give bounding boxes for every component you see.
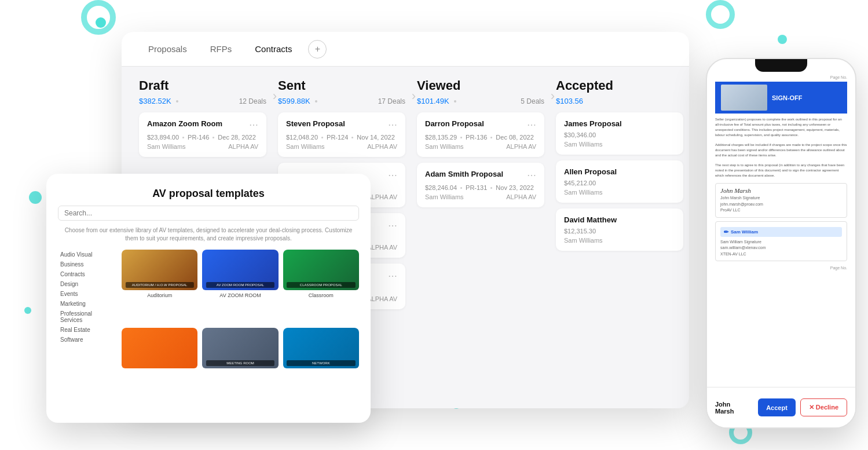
- pen-icon: ✏: [724, 229, 728, 235]
- card-darron-person: Sam Williams: [425, 143, 464, 150]
- card-steven-person: Sam Williams: [286, 143, 325, 150]
- template-card-classroom[interactable]: CLASSROOM PROPOSAL Classroom: [283, 250, 359, 323]
- sign-off-label: SIGN-OFF: [772, 94, 803, 101]
- tab-contracts[interactable]: Contracts: [246, 39, 301, 58]
- card-james-title: James Proposal: [564, 119, 675, 128]
- template-card-network[interactable]: NETWORK: [283, 328, 359, 396]
- card-darron-company: ALPHA AV: [506, 143, 536, 150]
- phone-content: Page No. SIGN-OFF Seller (organization) …: [707, 72, 855, 400]
- card-james[interactable]: James Proposal $30,346.00 Sam Williams: [556, 112, 683, 155]
- phone-window: Page No. SIGN-OFF Seller (organization) …: [706, 58, 856, 429]
- col-header-viewed: Viewed $101.49K 5 Deals: [417, 78, 544, 105]
- card-sent-3-company: ALPHA AV: [367, 244, 397, 251]
- card-amazon-meta: $23,894.00 PR-146 Dec 28, 2022: [147, 134, 258, 141]
- card-david-title: David Matthew: [564, 215, 675, 224]
- sidebar-cat-audiovisual[interactable]: Audio Visual: [58, 250, 116, 259]
- card-sent-2-menu[interactable]: ⋯: [388, 170, 397, 181]
- sig-label-john: John Marsh Signature: [720, 195, 842, 202]
- card-amazon-amount: $23,894.00: [147, 134, 179, 141]
- template-thumb-network: NETWORK: [283, 328, 359, 368]
- sig-label-sam: Sam William Signature: [720, 239, 842, 246]
- col-stats-draft: $382.52K 12 Deals: [139, 97, 266, 105]
- card-amazon-ref: PR-146: [188, 134, 209, 141]
- card-allen[interactable]: Allen Proposal $45,212.00 Sam Williams: [556, 160, 683, 203]
- template-badge-meeting: MEETING ROOM: [206, 360, 274, 366]
- template-card-zoom[interactable]: AV ZOOM ROOM PROPOSAL AV ZOOM ROOM: [202, 250, 278, 323]
- template-grid: AUDITORIUM / H.O.W PROPOSAL Auditorium A…: [122, 250, 359, 396]
- sidebar-cat-contracts[interactable]: Contracts: [58, 269, 116, 279]
- card-steven-meta: $12,048.20 PR-124 Nov 14, 2022: [286, 134, 397, 141]
- sidebar-cat-events[interactable]: Events: [58, 289, 116, 299]
- sidebar-cat-design[interactable]: Design: [58, 279, 116, 289]
- card-steven-company: ALPHA AV: [367, 143, 397, 150]
- sidebar-cat-software[interactable]: Software: [58, 335, 116, 345]
- template-thumb-auditorium: AUDITORIUM / H.O.W PROPOSAL: [122, 250, 197, 290]
- meta-dot: [182, 137, 184, 138]
- card-david-person: Sam Williams: [564, 237, 603, 244]
- card-adam-menu[interactable]: ⋯: [527, 170, 536, 181]
- card-darron[interactable]: Darron Proposal ⋯ $28,135.29 PR-136 Dec …: [417, 112, 544, 157]
- card-steven[interactable]: Steven Proposal ⋯ $12,048.20 PR-124 Nov …: [278, 112, 405, 157]
- template-card-orange[interactable]: [122, 328, 197, 396]
- card-darron-footer: Sam Williams ALPHA AV: [425, 143, 536, 150]
- card-james-meta: $30,346.00: [564, 131, 675, 138]
- sig-company-sam: XTEN-AV LLC: [720, 251, 842, 258]
- card-darron-header: Darron Proposal ⋯: [425, 119, 536, 130]
- card-steven-footer: Sam Williams ALPHA AV: [286, 143, 397, 150]
- tablet-search[interactable]: [58, 206, 359, 221]
- sig-email-sam: sam.william@xtenav.com: [720, 245, 842, 251]
- template-card-auditorium[interactable]: AUDITORIUM / H.O.W PROPOSAL Auditorium: [122, 250, 197, 323]
- card-amazon-date: Dec 28, 2022: [218, 134, 255, 141]
- card-steven-menu[interactable]: ⋯: [388, 119, 397, 130]
- col-arrow-sent: ›: [412, 89, 416, 104]
- card-darron-date: Dec 08, 2022: [496, 134, 533, 141]
- card-adam-meta: $28,246.04 PR-131 Nov 23, 2022: [425, 184, 536, 191]
- sidebar-cat-professional[interactable]: Professional Services: [58, 309, 116, 325]
- card-darron-title: Darron Proposal: [425, 119, 527, 128]
- card-adam[interactable]: Adam Smith Proposal ⋯ $28,246.04 PR-131 …: [417, 163, 544, 207]
- card-darron-ref: PR-136: [466, 134, 487, 141]
- phone-body-text-2: Additional charges will be included if c…: [715, 142, 847, 158]
- template-card-meeting[interactable]: MEETING ROOM: [202, 328, 278, 396]
- card-steven-amount: $12,048.20: [286, 134, 318, 141]
- col-header-draft: Draft $382.52K 12 Deals: [139, 78, 266, 105]
- template-label-zoom: AV ZOOM ROOM: [202, 292, 278, 298]
- card-sent-3-menu[interactable]: ⋯: [388, 220, 397, 231]
- signer-last: Marsh: [715, 408, 734, 415]
- card-allen-person: Sam Williams: [564, 189, 603, 196]
- tab-rfps[interactable]: RFPs: [201, 39, 241, 58]
- decline-button[interactable]: ✕ Decline: [800, 398, 847, 416]
- card-david[interactable]: David Matthew $12,315.30 Sam Williams: [556, 208, 683, 251]
- col-amount-draft: $382.52K: [139, 97, 171, 105]
- card-amazon[interactable]: Amazon Zoom Room ⋯ $23,894.00 PR-146 Dec…: [139, 112, 266, 157]
- accept-button[interactable]: Accept: [758, 398, 796, 416]
- card-amazon-person: Sam Williams: [147, 143, 186, 150]
- add-tab-button[interactable]: +: [308, 40, 327, 58]
- kanban-col-accepted: Accepted $103.56 James Proposal $30,346.…: [550, 78, 689, 397]
- col-title-sent: Sent: [278, 78, 405, 93]
- card-sent-4-company: ALPHA AV: [367, 295, 397, 302]
- card-james-amount: $30,346.00: [564, 131, 596, 138]
- card-amazon-company: ALPHA AV: [228, 143, 258, 150]
- phone-action-buttons: Accept ✕ Decline: [758, 398, 847, 416]
- card-darron-menu[interactable]: ⋯: [527, 119, 536, 130]
- card-steven-title: Steven Proposal: [286, 119, 388, 128]
- phone-body-text-1: Seller (organization) proposes to comple…: [715, 117, 847, 138]
- card-james-person: Sam Williams: [564, 141, 603, 148]
- tab-proposals[interactable]: Proposals: [139, 39, 196, 58]
- col-stats-viewed: $101.49K 5 Deals: [417, 97, 544, 105]
- kanban-col-viewed: Viewed $101.49K 5 Deals Darron Proposal …: [411, 78, 550, 397]
- template-thumb-zoom: AV ZOOM ROOM PROPOSAL: [202, 250, 278, 290]
- sidebar-cat-marketing[interactable]: Marketing: [58, 299, 116, 309]
- phone-signer-name: John Marsh: [715, 401, 734, 415]
- sidebar-cat-realestate[interactable]: Real Estate: [58, 325, 116, 335]
- template-thumb-meeting: MEETING ROOM: [202, 328, 278, 368]
- card-amazon-menu[interactable]: ⋯: [249, 119, 258, 130]
- sidebar-cat-business[interactable]: Business: [58, 259, 116, 269]
- card-amazon-footer: Sam Williams ALPHA AV: [147, 143, 258, 150]
- card-sent-4-menu[interactable]: ⋯: [388, 270, 397, 281]
- template-label-classroom: Classroom: [283, 292, 359, 298]
- sign-off-banner: SIGN-OFF: [715, 82, 847, 114]
- card-darron-amount: $28,135.29: [425, 134, 457, 141]
- phone-footer: John Marsh Accept ✕ Decline: [707, 387, 855, 427]
